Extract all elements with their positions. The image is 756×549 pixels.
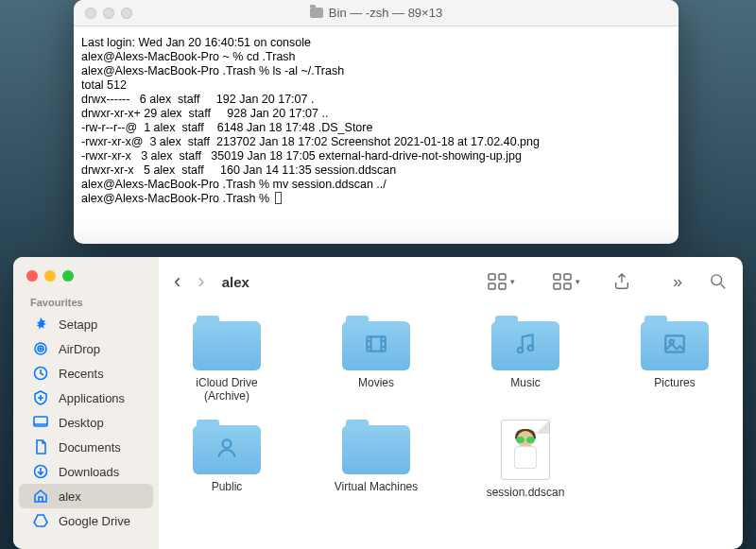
sidebar-item-recents[interactable]: Recents bbox=[19, 361, 153, 386]
sidebar-item-label: Documents bbox=[59, 440, 121, 455]
svg-rect-7 bbox=[499, 274, 506, 280]
group-icon bbox=[553, 273, 572, 290]
minimize-icon[interactable] bbox=[44, 270, 56, 282]
sidebar-item-downloads[interactable]: Downloads bbox=[19, 459, 153, 484]
svg-point-14 bbox=[712, 275, 722, 285]
finder-window: Favourites SetappAirDropRecentsApplicati… bbox=[13, 257, 743, 549]
item-label: Movies bbox=[358, 376, 394, 389]
svg-rect-8 bbox=[489, 283, 495, 289]
share-button[interactable] bbox=[612, 273, 631, 290]
sidebar-item-label: Downloads bbox=[59, 465, 119, 479]
svg-point-2 bbox=[40, 348, 42, 350]
svg-rect-12 bbox=[554, 283, 560, 289]
forward-button[interactable]: › bbox=[198, 271, 204, 292]
folder-icon bbox=[491, 316, 559, 370]
svg-rect-13 bbox=[564, 283, 571, 289]
sidebar-item-desktop[interactable]: Desktop bbox=[19, 410, 153, 435]
apps-icon bbox=[32, 389, 49, 406]
sidebar-list: SetappAirDropRecentsApplicationsDesktopD… bbox=[13, 312, 159, 533]
svg-rect-11 bbox=[564, 274, 571, 280]
svg-point-16 bbox=[518, 348, 523, 352]
sidebar-item-setapp[interactable]: Setapp bbox=[19, 312, 153, 336]
search-button[interactable] bbox=[709, 273, 728, 290]
item-label: iCloud Drive (Archive) bbox=[180, 376, 274, 403]
sidebar-item-label: Recents bbox=[59, 367, 104, 381]
folder-icon bbox=[342, 316, 410, 370]
sidebar-item-label: AirDrop bbox=[59, 342, 100, 356]
folder-item-movies[interactable]: Movies bbox=[329, 316, 423, 403]
gdrive-icon bbox=[32, 512, 49, 529]
finder-main: ‹ › alex ▾ ▾ » bbox=[159, 257, 743, 549]
terminal-title: Bin — -zsh — 89×13 bbox=[74, 6, 679, 20]
svg-rect-18 bbox=[665, 335, 684, 352]
terminal-line: -rwxr-xr-x 3 alex staff 35019 Jan 18 17:… bbox=[81, 149, 671, 163]
terminal-line: total 512 bbox=[81, 78, 671, 93]
terminal-line: alex@Alexs-MacBook-Pro .Trash % bbox=[81, 192, 671, 206]
airdrop-icon bbox=[32, 340, 49, 357]
group-by-button[interactable]: ▾ bbox=[553, 273, 580, 290]
item-label: Pictures bbox=[654, 376, 695, 389]
folder-item-music[interactable]: Music bbox=[478, 316, 573, 403]
clock-icon bbox=[32, 365, 49, 382]
folder-icon bbox=[342, 420, 410, 474]
finder-sidebar: Favourites SetappAirDropRecentsApplicati… bbox=[13, 257, 159, 549]
sidebar-item-label: alex bbox=[59, 489, 81, 504]
doc-icon bbox=[32, 438, 49, 455]
svg-rect-15 bbox=[367, 336, 386, 351]
cursor bbox=[275, 192, 282, 204]
sidebar-item-label: Applications bbox=[59, 391, 125, 405]
terminal-line: drwxr-xr-x+ 29 alex staff 928 Jan 20 17:… bbox=[81, 107, 671, 121]
terminal-line: alex@Alexs-MacBook-Pro ~ % cd .Trash bbox=[81, 50, 671, 64]
item-label: session.ddscan bbox=[487, 486, 565, 499]
terminal-line: -rw-r--r--@ 1 alex staff 6148 Jan 18 17:… bbox=[81, 121, 671, 135]
view-icons-button[interactable]: ▾ bbox=[488, 273, 515, 290]
folder-icon bbox=[641, 316, 709, 370]
sidebar-item-google-drive[interactable]: Google Drive bbox=[19, 508, 153, 533]
folder-item-pictures[interactable]: Pictures bbox=[627, 316, 722, 403]
folder-icon bbox=[193, 420, 261, 474]
terminal-line: Last login: Wed Jan 20 16:40:51 on conso… bbox=[81, 36, 671, 50]
home-icon bbox=[32, 488, 49, 505]
file-icon bbox=[501, 420, 550, 480]
svg-rect-9 bbox=[499, 283, 506, 289]
zoom-icon[interactable] bbox=[62, 270, 74, 282]
svg-rect-10 bbox=[554, 274, 560, 280]
terminal-title-text: Bin — -zsh — 89×13 bbox=[329, 6, 442, 20]
close-icon[interactable] bbox=[26, 270, 38, 282]
file-item-session-ddscan[interactable]: session.ddscan bbox=[478, 420, 573, 499]
terminal-body[interactable]: Last login: Wed Jan 20 16:40:51 on conso… bbox=[74, 26, 679, 215]
folder-item-icloud-drive-archive-[interactable]: iCloud Drive (Archive) bbox=[180, 316, 274, 403]
folder-item-public[interactable]: Public bbox=[180, 420, 274, 499]
grid-row: PublicVirtual Machinessession.ddscan bbox=[180, 420, 722, 499]
sidebar-item-label: Setapp bbox=[59, 317, 97, 332]
chevron-down-icon: ▾ bbox=[576, 277, 580, 286]
sidebar-item-label: Desktop bbox=[59, 416, 104, 430]
sidebar-item-applications[interactable]: Applications bbox=[19, 386, 153, 410]
item-label: Virtual Machines bbox=[335, 480, 419, 493]
svg-point-17 bbox=[528, 346, 533, 351]
folder-icon bbox=[193, 316, 261, 370]
finder-icon-area[interactable]: iCloud Drive (Archive)MoviesMusicPicture… bbox=[159, 306, 743, 549]
setapp-icon bbox=[32, 316, 49, 333]
svg-rect-6 bbox=[489, 274, 495, 280]
desktop-icon bbox=[32, 414, 49, 431]
more-button[interactable]: » bbox=[673, 272, 682, 292]
terminal-line: drwxr-xr-x 5 alex staff 160 Jan 14 11:35… bbox=[81, 163, 671, 178]
terminal-line: drwx------ 6 alex staff 192 Jan 20 17:07… bbox=[81, 93, 671, 107]
sidebar-item-documents[interactable]: Documents bbox=[19, 435, 153, 459]
sidebar-item-label: Google Drive bbox=[59, 514, 130, 528]
location-title: alex bbox=[222, 274, 249, 290]
finder-toolbar: ‹ › alex ▾ ▾ » bbox=[159, 257, 743, 306]
grid-row: iCloud Drive (Archive)MoviesMusicPicture… bbox=[180, 316, 722, 403]
sidebar-item-airdrop[interactable]: AirDrop bbox=[19, 336, 153, 361]
chevron-updown-icon: ▾ bbox=[510, 277, 515, 286]
svg-point-20 bbox=[223, 439, 232, 448]
finder-traffic-lights bbox=[13, 265, 159, 291]
folder-item-virtual-machines[interactable]: Virtual Machines bbox=[329, 420, 423, 499]
item-label: Public bbox=[212, 480, 243, 493]
terminal-titlebar[interactable]: Bin — -zsh — 89×13 bbox=[74, 0, 679, 26]
sidebar-item-alex[interactable]: alex bbox=[19, 484, 153, 508]
grid-icon bbox=[488, 273, 507, 290]
back-button[interactable]: ‹ bbox=[174, 271, 180, 292]
folder-icon bbox=[310, 8, 323, 18]
